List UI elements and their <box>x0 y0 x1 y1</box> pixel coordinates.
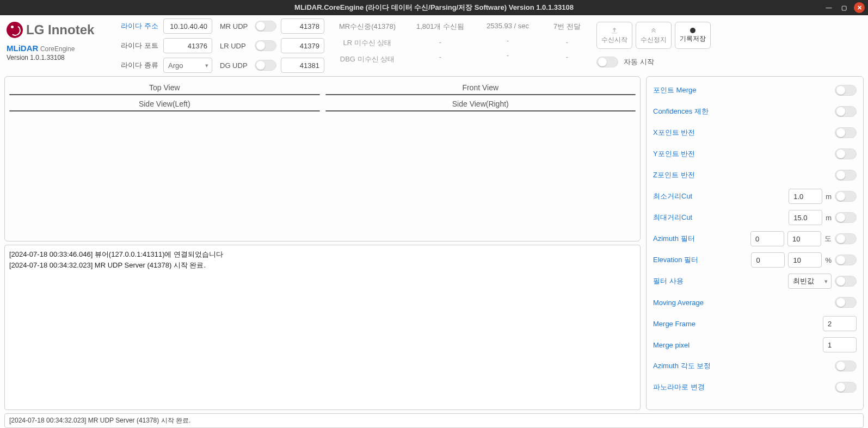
panorama-toggle[interactable] <box>835 382 857 393</box>
side-left-title: Side View(Left) <box>9 97 320 110</box>
azimuth-corr-label: Azimuth 각도 보정 <box>653 361 711 371</box>
maximize-button[interactable]: ▢ <box>839 2 849 13</box>
minimize-button[interactable]: — <box>823 2 834 13</box>
lr-udp-port-input[interactable] <box>281 38 324 53</box>
mr-status: MR수신중(41378) <box>339 22 396 32</box>
confidences-label: Confidences 제한 <box>653 107 709 116</box>
y-invert-toggle[interactable] <box>835 148 857 159</box>
lidar-address-input[interactable] <box>163 18 212 34</box>
min-cut-input[interactable] <box>789 189 822 204</box>
close-button[interactable]: ✕ <box>854 2 865 13</box>
start-receive-button[interactable]: 수신시작 <box>596 22 632 49</box>
confidences-toggle[interactable] <box>835 106 857 117</box>
filter-use-toggle[interactable] <box>835 276 857 287</box>
front-view-cell: Front View <box>325 81 636 95</box>
stop-icon <box>650 27 657 34</box>
lg-logo: LG Innotek <box>7 22 113 38</box>
elevation-filter-label: Elevation 필터 <box>653 255 698 265</box>
z-invert-label: Z포인트 반전 <box>653 170 695 180</box>
side-left-canvas[interactable] <box>9 110 320 111</box>
y-invert-label: Y포인트 반전 <box>653 149 695 159</box>
lg-logo-icon <box>7 22 23 38</box>
merge-pixel-input[interactable] <box>823 337 857 352</box>
dg-status: DBG 미수신 상태 <box>340 54 395 64</box>
action-buttons: 수신시작 수신정지 기록저장 <box>596 18 711 49</box>
side-right-canvas[interactable] <box>325 110 636 111</box>
product-name: MLiDAR CoreEngine <box>7 44 113 53</box>
filter-use-select[interactable]: 최빈값 <box>788 274 832 289</box>
auto-start-label: 자동 시작 <box>624 57 654 67</box>
max-cut-toggle[interactable] <box>835 212 857 223</box>
lidar-type-select[interactable]: Argo <box>163 58 212 73</box>
log-line: [2024-07-18 00:34:32.023] MR UDP Server … <box>9 260 636 270</box>
log-panel[interactable]: [2024-07-18 00:33:46.046] 뷰어(127.0.0.1:4… <box>4 245 641 410</box>
lidar-settings: 라이다 주소 라이다 포트 라이다 종류 Argo <box>121 18 212 73</box>
dash-2b: - <box>439 53 441 61</box>
lr-status: LR 미수신 상태 <box>343 38 392 48</box>
azimuth-filter-label: Azimuth 필터 <box>653 234 695 244</box>
mr-udp-port-input[interactable] <box>281 18 324 34</box>
front-view-canvas[interactable] <box>325 94 636 95</box>
toolbar: LG Innotek MLiDAR CoreEngine Version 1.0… <box>4 18 864 76</box>
product-version: Version 1.0.1.33108 <box>7 54 113 61</box>
lidar-port-input[interactable] <box>163 38 212 53</box>
moving-avg-toggle[interactable] <box>835 297 857 308</box>
max-cut-input[interactable] <box>789 210 822 225</box>
unit-m: m <box>826 193 832 201</box>
merge-frame-input[interactable] <box>823 316 857 331</box>
x-invert-label: X포인트 반전 <box>653 128 695 138</box>
status-bar: [2024-07-18 00:34:32.023] MR UDP Server … <box>4 413 864 428</box>
top-view-title: Top View <box>9 81 320 94</box>
dash-4a: - <box>566 38 568 46</box>
merge-pixel-label: Merge pixel <box>653 341 690 349</box>
azimuth-corr-toggle[interactable] <box>835 361 857 371</box>
azimuth-filter-toggle[interactable] <box>835 233 857 244</box>
unit-deg: 도 <box>824 234 832 244</box>
side-right-title: Side View(Right) <box>325 97 636 110</box>
azimuth-max-input[interactable] <box>787 231 821 246</box>
top-view-canvas[interactable] <box>9 94 320 95</box>
window-titlebar: MLiDAR.CoreEngine (라이다 데이터 수신/Parsing/저장… <box>0 0 868 15</box>
status-col-4: 7번 전달 - - <box>545 18 589 61</box>
dg-udp-port-input[interactable] <box>281 58 324 73</box>
record-icon <box>690 28 695 33</box>
mr-udp-label: MR UDP <box>220 22 250 30</box>
top-view-cell: Top View <box>9 81 320 95</box>
status-col-3: 2535.93 / sec - - <box>478 18 538 59</box>
dash-3a: - <box>507 36 509 45</box>
dg-udp-toggle[interactable] <box>255 60 276 71</box>
save-record-button[interactable]: 기록저장 <box>675 22 711 49</box>
mr-udp-toggle[interactable] <box>255 21 276 32</box>
lidar-type-label: 라이다 종류 <box>121 60 159 70</box>
elevation-min-input[interactable] <box>751 252 785 268</box>
auto-start-row: 자동 시작 <box>596 57 711 67</box>
merge-frame-label: Merge Frame <box>653 320 695 328</box>
status-col-2: 1,801개 수신됨 - - <box>410 18 470 61</box>
udp-settings: MR UDP LR UDP DG UDP <box>220 18 324 73</box>
status-col-1: MR수신중(41378) LR 미수신 상태 DBG 미수신 상태 <box>332 18 403 64</box>
dash-4b: - <box>566 53 568 61</box>
elevation-max-input[interactable] <box>788 252 822 268</box>
x-invert-toggle[interactable] <box>835 127 857 138</box>
lidar-address-label: 라이다 주소 <box>121 21 159 31</box>
elevation-filter-toggle[interactable] <box>835 255 857 265</box>
z-invert-toggle[interactable] <box>835 170 857 181</box>
side-right-cell: Side View(Right) <box>325 97 636 111</box>
point-merge-toggle[interactable] <box>835 85 857 96</box>
azimuth-min-input[interactable] <box>750 231 784 246</box>
window-title: MLiDAR.CoreEngine (라이다 데이터 수신/Parsing/저장… <box>294 3 574 13</box>
lr-udp-toggle[interactable] <box>255 40 276 51</box>
views-panel: Top View Front View Side View(Left) Side <box>4 76 641 241</box>
filter-panel: 포인트 Merge Confidences 제한 X포인트 반전 Y포인트 반전… <box>646 76 864 410</box>
lr-udp-label: LR UDP <box>220 42 250 50</box>
panorama-label: 파노라마로 변경 <box>653 382 705 392</box>
unit-pct: % <box>825 256 832 264</box>
min-cut-toggle[interactable] <box>835 191 857 202</box>
auto-start-toggle[interactable] <box>596 57 618 67</box>
stop-receive-button[interactable]: 수신정지 <box>636 22 672 49</box>
upload-icon <box>611 27 618 34</box>
front-view-title: Front View <box>325 81 636 94</box>
recv-count: 1,801개 수신됨 <box>416 22 464 32</box>
max-cut-label: 최대거리Cut <box>653 213 692 222</box>
delivery-count: 7번 전달 <box>553 22 581 32</box>
